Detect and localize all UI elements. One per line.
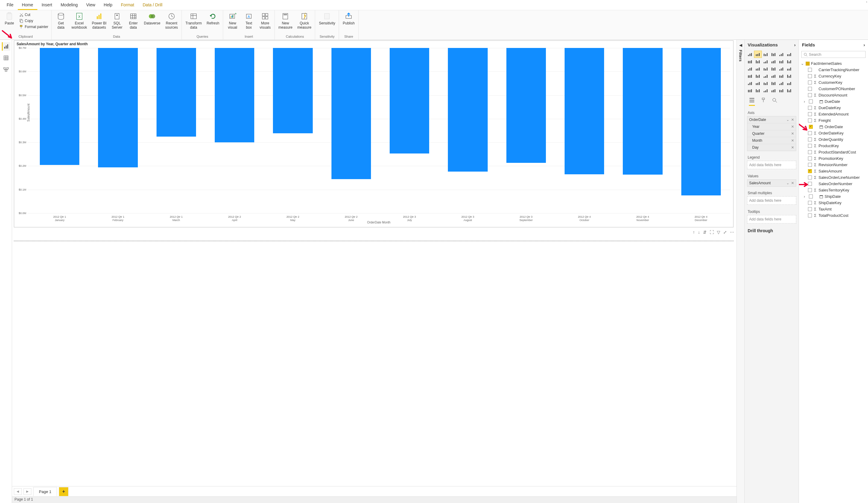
field-salesordernumber[interactable]: SalesOrderNumber [800, 181, 868, 187]
field-shipdatekey[interactable]: ΣShipDateKey [800, 200, 868, 206]
field-checkbox[interactable] [808, 169, 812, 173]
viz-type-icon[interactable] [770, 51, 777, 57]
viz-type-icon[interactable] [754, 73, 762, 79]
field-checkbox[interactable] [808, 201, 812, 205]
axis-field-row[interactable]: Quarter✕ [747, 130, 796, 137]
viz-type-icon[interactable] [770, 87, 777, 94]
viz-type-icon[interactable] [746, 73, 754, 79]
copy-button[interactable]: Copy [18, 18, 50, 23]
enter-data-button[interactable]: Enter data [126, 11, 141, 30]
menu-home[interactable]: Home [18, 1, 38, 10]
remove-icon[interactable]: ✕ [791, 125, 794, 129]
tooltips-well[interactable]: Add data fields here [747, 215, 796, 223]
field-checkbox[interactable] [808, 176, 812, 179]
bar[interactable] [565, 48, 604, 174]
visual-action-icon[interactable]: ⛶ [710, 230, 714, 234]
field-productkey[interactable]: ΣProductKey [800, 143, 868, 149]
report-canvas[interactable]: SalesAmount by Year, Quarter and Month S… [12, 40, 736, 486]
field-checkbox[interactable] [808, 112, 812, 116]
viz-type-icon[interactable] [770, 65, 777, 72]
add-page-button[interactable]: + [59, 487, 68, 496]
paste-button[interactable]: Paste [2, 11, 17, 25]
model-view-button[interactable] [2, 65, 10, 74]
viz-type-icon[interactable] [746, 51, 754, 57]
axis-field-row[interactable]: Year✕ [747, 123, 796, 130]
visual-action-icon[interactable]: ⋯ [730, 230, 734, 234]
viz-type-icon[interactable] [754, 58, 762, 65]
field-checkbox[interactable] [808, 157, 812, 160]
page-next-button[interactable]: ► [23, 488, 31, 495]
field-checkbox[interactable] [808, 144, 812, 148]
viz-type-icon[interactable] [778, 73, 785, 79]
remove-icon[interactable]: ✕ [791, 132, 794, 136]
menu-modeling[interactable]: Modeling [56, 1, 82, 10]
viz-type-icon[interactable] [786, 58, 793, 65]
bar[interactable] [506, 48, 546, 163]
menu-insert[interactable]: Insert [38, 1, 56, 10]
bar[interactable] [98, 48, 137, 167]
field-extendedamount[interactable]: ΣExtendedAmount [800, 111, 868, 117]
cut-button[interactable]: Cut [18, 12, 50, 18]
viz-type-icon[interactable] [778, 80, 785, 86]
bar[interactable] [681, 48, 721, 196]
menu-view[interactable]: View [82, 1, 100, 10]
fields-tab[interactable] [749, 97, 755, 106]
remove-icon[interactable]: ✕ [791, 181, 794, 185]
menu-help[interactable]: Help [100, 1, 117, 10]
format-tab[interactable] [760, 97, 766, 106]
field-checkbox[interactable] [808, 137, 812, 142]
field-checkbox[interactable] [808, 68, 812, 72]
field-checkbox[interactable] [808, 87, 812, 91]
values-field-row[interactable]: SalesAmount⌄✕ [747, 180, 796, 186]
bar[interactable] [156, 48, 196, 137]
viz-type-icon[interactable] [762, 58, 769, 65]
field-taxamt[interactable]: ΣTaxAmt [800, 206, 868, 212]
remove-icon[interactable]: ✕ [791, 145, 794, 149]
viz-type-icon[interactable] [778, 51, 785, 57]
field-shipdate[interactable]: ›ShipDate [800, 193, 868, 200]
viz-type-icon[interactable] [746, 80, 754, 86]
viz-type-icon[interactable] [754, 51, 762, 57]
field-salesamount[interactable]: ΣSalesAmount [800, 168, 868, 174]
field-productstandardcost[interactable]: ΣProductStandardCost [800, 149, 868, 155]
remove-icon[interactable]: ✕ [791, 138, 794, 143]
visual-action-icon[interactable]: ↑ [693, 230, 695, 234]
viz-type-icon[interactable] [778, 65, 785, 72]
bar[interactable] [448, 48, 487, 171]
field-customerkey[interactable]: ΣCustomerKey [800, 79, 868, 86]
fields-table-header[interactable]: ⌄FactInternetSales [800, 60, 868, 67]
field-checkbox[interactable] [808, 163, 812, 167]
visual-action-icon[interactable]: ⤢ [723, 230, 727, 234]
chevron-down-icon[interactable]: ⌄ [786, 118, 789, 122]
viz-type-icon[interactable] [754, 65, 762, 72]
field-checkbox[interactable] [808, 188, 812, 192]
visual-action-icon[interactable]: ⇵ [703, 230, 707, 234]
more-visuals-button[interactable]: More visuals [258, 11, 273, 30]
field-checkbox[interactable] [808, 106, 812, 110]
axis-field-row[interactable]: Month✕ [747, 137, 796, 144]
collapse-fields-icon[interactable]: › [864, 42, 865, 48]
field-checkbox[interactable] [809, 195, 813, 198]
new-visual-button[interactable]: +New visual [225, 11, 240, 30]
field-checkbox[interactable] [808, 131, 812, 135]
field-salesterritorykey[interactable]: ΣSalesTerritoryKey [800, 187, 868, 193]
axis-field-row[interactable]: Day✕ [747, 144, 796, 151]
viz-type-icon[interactable] [778, 58, 785, 65]
small-multiples-well[interactable]: Add data fields here [747, 196, 796, 205]
chevron-down-icon[interactable]: ⌄ [786, 181, 789, 185]
field-checkbox[interactable] [808, 93, 812, 97]
viz-type-icon[interactable] [762, 80, 769, 86]
field-discountamount[interactable]: ΣDiscountAmount [800, 92, 868, 98]
bar[interactable] [331, 48, 371, 179]
bar[interactable] [390, 48, 429, 154]
page-prev-button[interactable]: ◄ [14, 488, 22, 495]
text-box-button[interactable]: AText box [241, 11, 256, 30]
field-orderquantity[interactable]: ΣOrderQuantity [800, 136, 868, 143]
axis-well[interactable]: OrderDate⌄✕Year✕Quarter✕Month✕Day✕ [747, 116, 796, 151]
field-checkbox[interactable] [809, 99, 813, 103]
field-checkbox[interactable] [809, 125, 813, 129]
field-customerponumber[interactable]: CustomerPONumber [800, 86, 868, 92]
field-revisionnumber[interactable]: ΣRevisionNumber [800, 161, 868, 168]
field-checkbox[interactable] [808, 118, 812, 123]
fields-search-input[interactable]: Search [801, 51, 866, 58]
